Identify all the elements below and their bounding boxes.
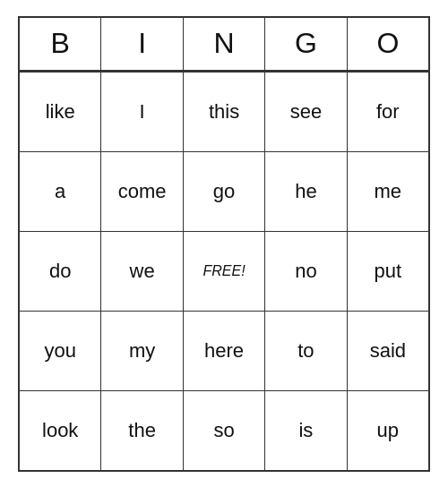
bingo-row-1: like I this see for — [20, 73, 428, 152]
bingo-row-5: look the so is up — [20, 391, 428, 470]
bingo-card: B I N G O like I this see for a come go … — [18, 16, 430, 472]
cell-3-3-free: FREE! — [184, 232, 265, 311]
cell-1-1: like — [20, 73, 101, 151]
header-n: N — [184, 18, 265, 72]
cell-3-5: put — [348, 232, 428, 311]
cell-1-3: this — [184, 73, 265, 151]
cell-2-2: come — [101, 152, 183, 231]
cell-2-1: a — [20, 152, 101, 231]
cell-2-4: he — [265, 152, 347, 231]
cell-4-3: here — [184, 312, 265, 390]
cell-2-5: me — [348, 152, 428, 231]
header-b: B — [20, 18, 101, 72]
cell-3-2: we — [101, 232, 183, 311]
cell-5-2: the — [101, 391, 183, 470]
cell-2-3: go — [184, 152, 265, 231]
cell-4-4: to — [265, 312, 347, 390]
bingo-header-row: B I N G O — [20, 18, 428, 73]
cell-5-5: up — [348, 391, 428, 470]
cell-3-1: do — [20, 232, 101, 311]
header-g: G — [265, 18, 347, 72]
bingo-row-3: do we FREE! no put — [20, 232, 428, 312]
cell-4-2: my — [101, 312, 183, 390]
cell-4-1: you — [20, 312, 101, 390]
bingo-row-2: a come go he me — [20, 152, 428, 232]
header-o: O — [348, 18, 428, 72]
cell-5-3: so — [184, 391, 265, 470]
cell-5-1: look — [20, 391, 101, 470]
cell-1-5: for — [348, 73, 428, 151]
cell-1-2: I — [101, 73, 183, 151]
cell-5-4: is — [265, 391, 347, 470]
cell-1-4: see — [265, 73, 347, 151]
header-i: I — [101, 18, 183, 72]
bingo-row-4: you my here to said — [20, 312, 428, 391]
cell-4-5: said — [348, 312, 428, 390]
cell-3-4: no — [265, 232, 347, 311]
